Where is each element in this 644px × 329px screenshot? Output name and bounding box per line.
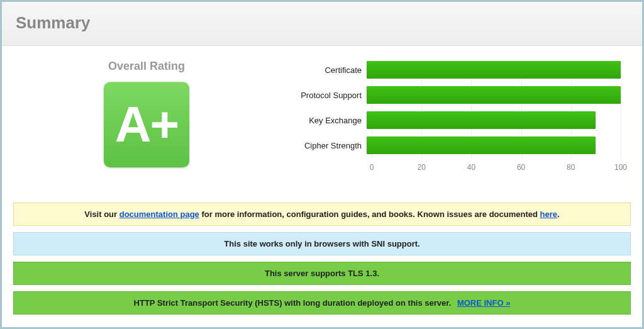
- chart-row: Cipher Strength: [291, 137, 621, 154]
- chart-row-label: Key Exchange: [291, 116, 367, 125]
- hsts-banner: HTTP Strict Transport Security (HSTS) wi…: [13, 291, 631, 315]
- doc-banner-suffix: .: [557, 209, 560, 219]
- chart-row-label: Certificate: [291, 65, 367, 75]
- overall-rating-label: Overall Rating: [2, 60, 291, 73]
- chart-tick: 100: [614, 163, 627, 172]
- known-issues-link[interactable]: here: [540, 209, 557, 219]
- hsts-text: HTTP Strict Transport Security (HSTS) wi…: [134, 298, 452, 308]
- chart-tick: 40: [467, 163, 475, 172]
- chart-row: Certificate: [291, 61, 621, 79]
- rating-column: Overall Rating A+: [2, 56, 291, 192]
- doc-banner-prefix: Visit our: [84, 209, 119, 219]
- summary-header: Summary: [2, 2, 642, 46]
- chart-bar: [367, 111, 596, 129]
- chart-bar: [367, 61, 621, 79]
- chart-row: Protocol Support: [291, 86, 621, 104]
- documentation-link[interactable]: documentation page: [119, 209, 199, 219]
- sni-banner: This site works only in browsers with SN…: [13, 232, 631, 255]
- documentation-banner: Visit our documentation page for more in…: [13, 203, 631, 226]
- page-title: Summary: [16, 13, 628, 33]
- doc-banner-mid: for more information, configuration guid…: [199, 209, 540, 219]
- chart-tick: 20: [418, 163, 426, 172]
- chart-bar: [367, 137, 596, 154]
- chart-bar: [367, 86, 621, 104]
- chart-tick: 0: [370, 163, 374, 172]
- chart-row-label: Protocol Support: [291, 91, 367, 100]
- chart-tick: 80: [567, 163, 575, 172]
- rating-badge: A+: [104, 82, 189, 167]
- score-chart: CertificateProtocol SupportKey ExchangeC…: [291, 56, 642, 192]
- chart-tick: 60: [517, 163, 525, 172]
- chart-row: Key Exchange: [291, 111, 621, 129]
- chart-row-label: Cipher Strength: [291, 141, 367, 150]
- tls-banner: This server supports TLS 1.3.: [13, 262, 631, 285]
- hsts-more-info-link[interactable]: MORE INFO »: [457, 298, 511, 308]
